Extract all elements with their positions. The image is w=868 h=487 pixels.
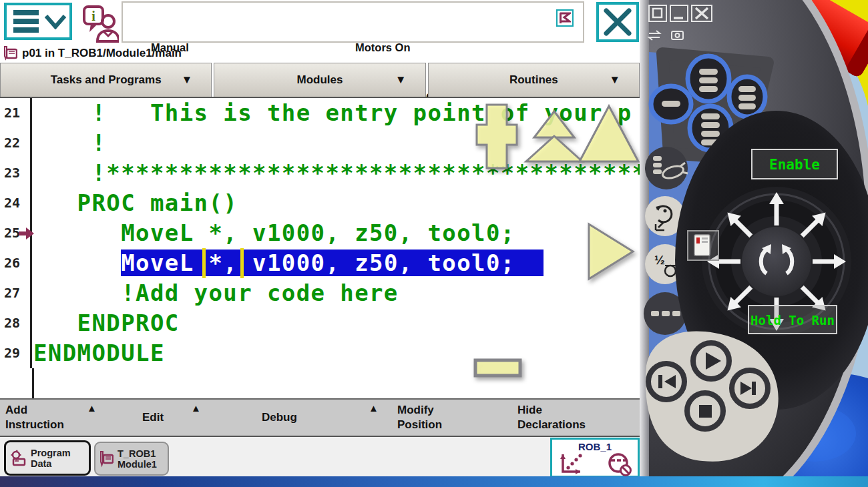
maximize-button[interactable] (649, 5, 666, 21)
expand-arrow-icon[interactable]: ▲ (191, 402, 201, 414)
close-icon (604, 8, 632, 36)
hamburger-icon (13, 10, 39, 33)
virtual-pendant: ½ Enable (640, 0, 868, 487)
breadcrumb: p01 in T_ROB1/Module1/main (0, 44, 640, 63)
code-line[interactable]: 24 PROC main() (0, 188, 640, 218)
program-data-tab[interactable]: Program Data (4, 440, 91, 476)
program-pointer-icon (18, 227, 34, 239)
status-bar: i Manual I003N Motors On Stopped (Speed … (0, 0, 640, 44)
screen: i Manual I003N Motors On Stopped (Speed … (0, 0, 868, 487)
add-instruction-button[interactable]: Add Instruction (5, 403, 64, 432)
module-icon (99, 450, 114, 468)
mechanical-unit-label: ROB_1 (552, 441, 638, 452)
desktop-taskbar-strip (0, 476, 868, 487)
code-line-program-pointer[interactable]: 25 MoveL *, v1000, z50, tool0; (0, 218, 640, 248)
selected-instruction[interactable]: MoveL *, v1000, z50, tool0; (121, 250, 544, 276)
mechanical-unit-button[interactable] (645, 147, 688, 189)
selector-tabs: Tasks and Programs ▼ Modules ▼ Routines … (0, 63, 640, 98)
dropdown-icon: ▼ (395, 73, 407, 87)
quickset-button[interactable]: ROB_1 (550, 438, 640, 478)
dropdown-icon: ▼ (182, 73, 193, 87)
controller-status-panel[interactable]: Manual I003N Motors On Stopped (Speed 10… (122, 1, 584, 43)
program-data-icon (9, 450, 27, 467)
operator-info-icon[interactable]: i (81, 4, 119, 43)
tab-routines[interactable]: Routines ▼ (428, 63, 640, 97)
hold-to-run-button[interactable]: Hold To Run (748, 306, 837, 334)
expand-arrow-icon[interactable]: ▲ (87, 402, 97, 414)
expand-arrow-icon[interactable]: ▲ (369, 402, 379, 414)
stop-icon (699, 405, 712, 418)
chevron-down-icon (44, 13, 67, 29)
code-line[interactable]: 22 ! (0, 128, 640, 158)
argument-marker-box[interactable]: *, (208, 250, 238, 276)
svg-text:½: ½ (654, 253, 665, 267)
code-editor: 21 ! This is the entry point of your p 2… (0, 98, 640, 398)
hide-declarations-button[interactable]: Hide Declarations (517, 403, 586, 432)
flexpendant-app: i Manual I003N Motors On Stopped (Speed … (0, 0, 640, 478)
breadcrumb-text: p01 in T_ROB1/Module1/main (22, 47, 182, 60)
main-menu-button[interactable] (4, 3, 72, 40)
program-icon (3, 45, 17, 61)
quickset-speed-icon[interactable] (556, 9, 574, 27)
code-line-selected[interactable]: 26 MoveL *, v1000, z50, tool0; (0, 248, 640, 278)
dropdown-icon: ▼ (609, 73, 620, 87)
bottom-menubar: Add Instruction ▲ Edit ▲ Debug ▲ Modify … (0, 398, 640, 437)
hold-to-run-label: Hold To Run (750, 313, 835, 328)
coordinate-axes-icon (558, 452, 588, 477)
code-line[interactable]: 28 ENDPROC (0, 308, 640, 338)
edit-button[interactable]: Edit (142, 410, 164, 425)
app-taskbar: Program Data T_ROB1 Module1 ROB_1 (0, 437, 640, 478)
modify-position-button[interactable]: Modify Position (397, 403, 442, 432)
code-line[interactable]: 29 ENDMODULE (0, 338, 640, 368)
tab-modules[interactable]: Modules ▼ (214, 63, 425, 97)
code-line[interactable]: 21 ! This is the entry point of your p (0, 98, 640, 128)
close-button[interactable] (596, 2, 639, 42)
enable-button[interactable]: Enable (752, 149, 837, 179)
code-line[interactable]: 27 !Add your code here (0, 278, 640, 308)
pendant-device-icon (688, 231, 718, 260)
debug-button[interactable]: Debug (262, 410, 297, 425)
code-line[interactable]: 23 !************************************… (0, 158, 640, 188)
module-editor-tab[interactable]: T_ROB1 Module1 (94, 442, 169, 476)
enable-label: Enable (769, 157, 820, 173)
svg-text:i: i (91, 9, 95, 23)
speed-limit-icon (606, 452, 634, 477)
tab-tasks-and-programs[interactable]: Tasks and Programs ▼ (0, 63, 212, 97)
